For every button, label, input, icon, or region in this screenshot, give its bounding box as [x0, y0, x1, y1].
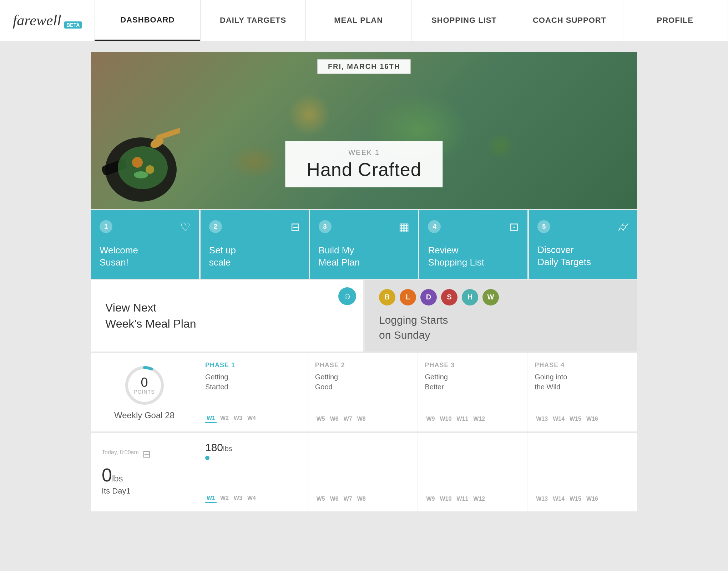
phase-4-weeks: W13 W14 W15 W16	[535, 415, 630, 423]
meal-type-dots: B L D S H W	[379, 289, 499, 305]
nav-item-profile[interactable]: PROFILE	[622, 0, 728, 41]
heart-icon: ♡	[180, 220, 191, 234]
cart-icon: ⊡	[509, 220, 519, 234]
week-tag-w4: W4	[246, 414, 257, 423]
w-week-tag-w10: W10	[439, 495, 453, 503]
weight-phase-block-4: W13 W14 W15 W16	[527, 433, 637, 511]
step-card-1[interactable]: 1 ♡ WelcomeSusan!	[91, 210, 199, 279]
weight-row: Today, 8:00am ⊟ 0lbs Its Day1 180lbs W1 …	[91, 433, 637, 511]
w-week-tag-w8: W8	[356, 495, 367, 503]
points-gauge: 0 POINTS	[123, 364, 166, 407]
view-meal-plan-card[interactable]: ☺ View NextWeek's Meal Plan	[91, 280, 363, 352]
step-card-2[interactable]: 2 ⊟ Set upscale	[201, 210, 309, 279]
w-week-tag-w15: W15	[568, 495, 583, 503]
hero-week-name: Hand Crafted	[307, 159, 421, 180]
w-week-tag-w4: W4	[246, 494, 257, 503]
logo-area: farewell BETA	[0, 13, 95, 28]
step-number-4: 4	[428, 220, 441, 233]
step-number-1: 1	[100, 220, 112, 233]
weight-phase-block-2: W5 W6 W7 W8	[308, 433, 418, 511]
step-label-2: Set upscale	[209, 244, 300, 269]
date-badge: FRI, MARCH 16TH	[317, 59, 411, 74]
week-tag-w14: W14	[551, 415, 566, 423]
nav-item-shopping-list[interactable]: SHOPPING LIST	[411, 0, 517, 41]
dot-l: L	[400, 289, 416, 305]
header: farewell BETA DASHBOARD DAILY TARGETS ME…	[0, 0, 728, 41]
week-tag-w12: W12	[472, 415, 486, 423]
phase-2-desc: GettingGood	[315, 372, 410, 411]
nav-item-coach-support[interactable]: COACH SUPPORT	[517, 0, 622, 41]
phase-4-title: PHASE 4	[535, 362, 630, 369]
phases-section: PHASE 1 GettingStarted W1 W2 W3 W4 PHASE…	[198, 353, 637, 431]
weight-day-label: Its Day1	[102, 486, 187, 496]
svg-point-2	[118, 146, 168, 189]
main-nav: DASHBOARD DAILY TARGETS MEAL PLAN SHOPPI…	[95, 0, 728, 41]
weight-phase-block-1: 180lbs W1 W2 W3 W4	[198, 433, 308, 511]
dot-s: S	[441, 289, 457, 305]
step-card-4[interactable]: 4 ⊡ ReviewShopping List	[419, 210, 527, 279]
hero-title-box: WEEK 1 Hand Crafted	[285, 141, 443, 187]
logo-beta: BETA	[64, 21, 82, 29]
main-content: FRI, MARCH 16TH WEEK 1 Hand Crafted 1 ♡ …	[91, 41, 637, 522]
week-tag-w16: W16	[585, 415, 600, 423]
svg-point-5	[134, 171, 148, 178]
phase-2-weeks: W5 W6 W7 W8	[315, 415, 410, 423]
w-week-tag-w13: W13	[535, 495, 549, 503]
week-tag-w15: W15	[568, 415, 583, 423]
dot-w: W	[482, 289, 499, 305]
weight-phase-1-weeks: W1 W2 W3 W4	[205, 491, 300, 503]
hero-week-label: WEEK 1	[307, 148, 421, 157]
phase-2-title: PHASE 2	[315, 362, 410, 369]
dot-h: H	[462, 289, 478, 305]
phase-1-desc: GettingStarted	[205, 372, 300, 411]
w-week-tag-w7: W7	[342, 495, 354, 503]
weight-phase-4-weeks: W13 W14 W15 W16	[535, 491, 630, 503]
step-number-5: 5	[537, 220, 550, 233]
coach-icon: ☺	[338, 287, 356, 305]
weight-timestamp: Today, 8:00am	[102, 449, 139, 456]
nav-item-daily-targets[interactable]: DAILY TARGETS	[200, 0, 306, 41]
points-phases-row: 0 POINTS Weekly Goal 28 PHASE 1 GettingS…	[91, 353, 637, 431]
weight-phase-block-3: W9 W10 W11 W12	[418, 433, 528, 511]
phase-3-desc: GettingBetter	[425, 372, 520, 411]
weight-phase-3-weeks: W9 W10 W11 W12	[425, 491, 520, 503]
step-label-1: WelcomeSusan!	[100, 244, 191, 269]
weight-section: Today, 8:00am ⊟ 0lbs Its Day1	[91, 433, 198, 511]
logging-starts-card: B L D S H W Logging Startson Sunday	[365, 280, 637, 352]
weekly-goal-text: Weekly Goal 28	[114, 410, 175, 420]
hero-banner: FRI, MARCH 16TH WEEK 1 Hand Crafted	[91, 52, 637, 209]
w-week-tag-w6: W6	[329, 495, 340, 503]
calendar-icon: ▦	[399, 220, 409, 234]
week-tag-w8: W8	[356, 415, 367, 423]
weight-phase-2-weeks: W5 W6 W7 W8	[315, 491, 410, 503]
w-week-tag-w11: W11	[455, 495, 470, 503]
w-week-tag-w16: W16	[585, 495, 600, 503]
view-meal-plan-text: View NextWeek's Meal Plan	[105, 300, 196, 332]
dot-b: B	[379, 289, 395, 305]
nav-item-meal-plan[interactable]: MEAL PLAN	[305, 0, 411, 41]
svg-point-3	[132, 157, 143, 168]
dot-d: D	[420, 289, 437, 305]
logo-text: farewell	[13, 12, 61, 29]
phase-block-4: PHASE 4 Going intothe Wild W13 W14 W15 W…	[527, 353, 637, 431]
first-weight-unit: lbs	[223, 445, 232, 453]
w-week-tag-w2: W2	[219, 494, 230, 503]
phase-block-1: PHASE 1 GettingStarted W1 W2 W3 W4	[198, 353, 308, 431]
week-tag-w7: W7	[342, 415, 354, 423]
phase-3-title: PHASE 3	[425, 362, 520, 369]
points-value: 0	[134, 376, 155, 389]
w-week-tag-w14: W14	[551, 495, 566, 503]
w-week-tag-w12: W12	[472, 495, 486, 503]
phase-1-title: PHASE 1	[205, 362, 300, 369]
step-number-2: 2	[209, 220, 222, 233]
week-tag-w5: W5	[315, 415, 327, 423]
step-card-5[interactable]: 5 ⌭ DiscoverDaily Targets	[529, 210, 637, 279]
step-cards: 1 ♡ WelcomeSusan! 2 ⊟ Set upscale 3 ▦ Bu…	[91, 210, 637, 279]
w-week-tag-w9: W9	[425, 495, 436, 503]
logo: farewell BETA	[13, 13, 82, 28]
week-tag-w1: W1	[205, 414, 217, 423]
step-label-5: DiscoverDaily Targets	[537, 244, 628, 268]
nav-item-dashboard[interactable]: DASHBOARD	[95, 0, 200, 41]
step-card-3[interactable]: 3 ▦ Build MyMeal Plan	[310, 210, 418, 279]
phase-1-weeks: W1 W2 W3 W4	[205, 414, 300, 423]
